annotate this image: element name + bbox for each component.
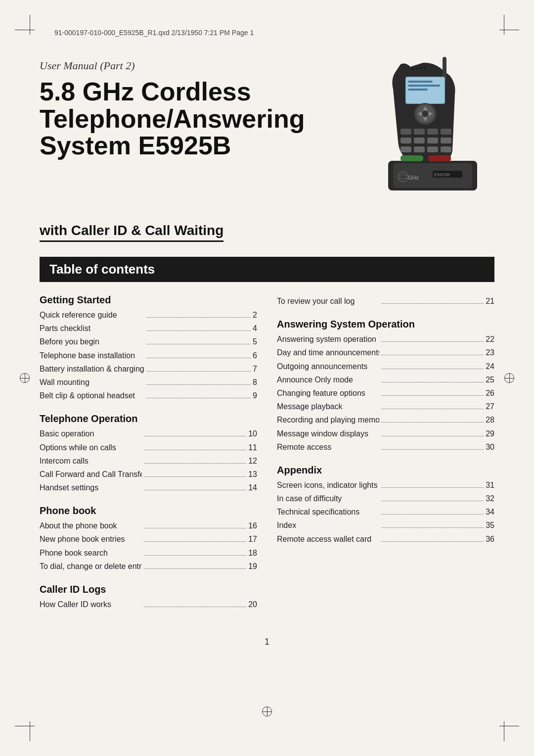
toc-entry-text: To review your call log xyxy=(277,294,379,308)
svg-point-33 xyxy=(416,67,418,69)
toc-entry-message-window: Message window displays 29 xyxy=(277,427,494,440)
svg-rect-6 xyxy=(408,85,440,87)
svg-point-34 xyxy=(420,67,422,69)
toc-entry-text: About the phone book xyxy=(40,519,142,532)
toc-entry-message-playback: Message playback 27 xyxy=(277,400,494,413)
toc-entry-battery: Battery installation & charging 7 xyxy=(40,362,257,376)
toc-page: 18 xyxy=(248,546,257,560)
toc-section-telephone-operation: Telephone Operation Basic operation 10 O… xyxy=(40,413,257,494)
toc-entry-text: Outgoing announcements xyxy=(277,360,379,373)
toc-dots xyxy=(381,303,484,304)
svg-rect-21 xyxy=(427,138,438,143)
crop-mark-br-v xyxy=(504,721,504,741)
page: 91-000197-010-000_E5925B_R1.qxd 2/13/195… xyxy=(0,0,534,756)
toc-page: 16 xyxy=(248,519,257,532)
toc-page: 10 xyxy=(248,427,257,440)
toc-dots xyxy=(146,331,251,331)
toc-entry-handset: Handset settings 14 xyxy=(40,481,257,494)
toc-section-phone-book: Phone book About the phone book 16 New p… xyxy=(40,505,257,573)
toc-page: 36 xyxy=(486,532,494,546)
svg-rect-24 xyxy=(414,146,425,152)
svg-rect-20 xyxy=(414,138,425,143)
toc-page: 26 xyxy=(486,386,494,400)
toc-page: 14 xyxy=(248,481,257,494)
toc-dots xyxy=(146,317,251,318)
toc-entry-intercom: Intercom calls 12 xyxy=(40,454,257,468)
toc-page: 23 xyxy=(486,346,494,359)
toc-entry-dial-change: To dial, change or delete entries 19 xyxy=(40,560,257,573)
toc-entry-day-time: Day and time announcements 23 xyxy=(277,346,494,359)
svg-text:GHz: GHz xyxy=(408,175,419,181)
toc-entry-text: New phone book entries xyxy=(40,532,142,546)
crop-mark-tr-h xyxy=(499,30,519,30)
toc-dots xyxy=(381,449,484,450)
toc-columns: Getting Started Quick reference guide 2 … xyxy=(40,294,494,622)
file-info: 91-000197-010-000_E5925B_R1.qxd 2/13/195… xyxy=(54,29,254,37)
reg-mark-right xyxy=(504,373,514,383)
toc-dots xyxy=(381,436,484,436)
toc-dots xyxy=(144,476,246,477)
toc-entry-index: Index 35 xyxy=(277,519,494,532)
toc-entry-wall: Wall mounting 8 xyxy=(40,376,257,389)
toc-entry-text: Message playback xyxy=(277,400,379,413)
toc-dots xyxy=(144,463,246,464)
svg-rect-22 xyxy=(441,138,451,143)
svg-rect-15 xyxy=(400,129,411,135)
toc-dots xyxy=(381,527,484,528)
toc-entry-screen-icons: Screen icons, indicator lights & tones 3… xyxy=(277,478,494,492)
toc-entry-text: Options while on calls xyxy=(40,441,142,454)
toc-page: 19 xyxy=(248,560,257,573)
toc-left: Getting Started Quick reference guide 2 … xyxy=(40,294,257,622)
toc-page: 24 xyxy=(486,360,494,373)
crop-mark-br-h xyxy=(499,726,519,726)
toc-page: 17 xyxy=(248,532,257,546)
toc-section-title-getting-started: Getting Started xyxy=(40,294,257,306)
toc-entry-before: Before you begin 5 xyxy=(40,335,257,348)
toc-page: 35 xyxy=(486,519,494,532)
toc-dots xyxy=(381,541,484,542)
svg-text:E5925B: E5925B xyxy=(434,172,450,177)
toc-entry-telephone-base: Telephone base installation 6 xyxy=(40,349,257,362)
toc-entry-text: Screen icons, indicator lights & tones xyxy=(277,478,379,492)
svg-rect-23 xyxy=(400,146,411,152)
user-manual-label: User Manual (Part 2) xyxy=(40,59,346,72)
svg-point-35 xyxy=(424,67,426,69)
toc-section-title-appendix: Appendix xyxy=(277,465,494,476)
toc-entry-answering-op: Answering system operation 22 xyxy=(277,332,494,346)
toc-dots xyxy=(381,514,484,515)
toc-entry-quick-ref: Quick reference guide 2 xyxy=(40,308,257,322)
svg-rect-26 xyxy=(441,146,451,152)
toc-dots xyxy=(146,344,251,344)
svg-rect-16 xyxy=(414,129,425,135)
toc-section-getting-started: Getting Started Quick reference guide 2 … xyxy=(40,294,257,402)
toc-entry-text: How Caller ID works xyxy=(40,598,142,611)
toc-entry-text: Announce Only mode xyxy=(277,373,379,386)
toc-entry-text: Message window displays xyxy=(277,427,379,440)
svg-rect-7 xyxy=(408,89,428,91)
toc-page: 4 xyxy=(253,322,257,335)
toc-page: 6 xyxy=(253,349,257,362)
toc-entry-text: Remote access wallet card xyxy=(277,532,379,546)
header-section: User Manual (Part 2) 5.8 GHz Cordless Te… xyxy=(40,49,494,208)
toc-entry-parts: Parts checklist 4 xyxy=(40,322,257,335)
toc-entry-text: Parts checklist xyxy=(40,322,144,335)
toc-entry-recording: Recording and playing memos 28 xyxy=(277,413,494,426)
caller-id-banner: with Caller ID & Call Waiting xyxy=(40,223,494,242)
toc-entry-text: Recording and playing memos xyxy=(277,413,379,426)
toc-entry-review-call-log: To review your call log 21 xyxy=(277,294,494,308)
toc-entry-text: Before you begin xyxy=(40,335,144,348)
toc-section-answering: Answering System Operation Answering sys… xyxy=(277,319,494,454)
toc-entry-basic-op: Basic operation 10 xyxy=(40,427,257,440)
toc-entry-text: Telephone base installation xyxy=(40,349,144,362)
toc-entry-text: Phone book search xyxy=(40,546,142,560)
page-number: 1 xyxy=(40,637,494,647)
toc-entry-text: Quick reference guide xyxy=(40,308,144,322)
svg-point-10 xyxy=(422,111,428,117)
reg-mark-bottom xyxy=(262,707,272,716)
toc-dots xyxy=(381,422,484,423)
toc-dots xyxy=(381,487,484,488)
toc-entry-text: Index xyxy=(277,519,379,532)
toc-entry-text: In case of difficulty xyxy=(277,492,379,505)
toc-dots xyxy=(381,395,484,396)
toc-section-call-log: To review your call log 21 xyxy=(277,294,494,308)
